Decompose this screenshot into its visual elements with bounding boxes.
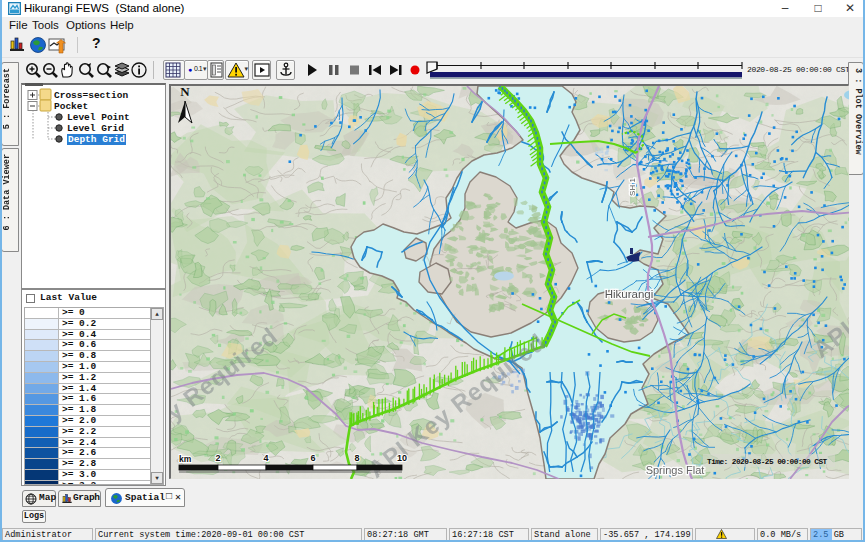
svg-text:8: 8 [354,453,359,463]
svg-text:Time: 2020-08-25 00:00:00 CST: Time: 2020-08-25 00:00:00 CST [707,458,828,466]
svg-text:Hikurangi: Hikurangi [605,288,654,300]
svg-text:10: 10 [397,453,407,463]
svg-text:N: N [180,86,190,99]
svg-text:km: km [179,454,192,464]
svg-text:SH 1: SH 1 [628,178,637,196]
svg-text:4: 4 [263,453,268,463]
svg-text:2: 2 [215,453,220,463]
svg-text:Springs Flat: Springs Flat [646,464,705,476]
svg-text:6: 6 [310,453,315,463]
